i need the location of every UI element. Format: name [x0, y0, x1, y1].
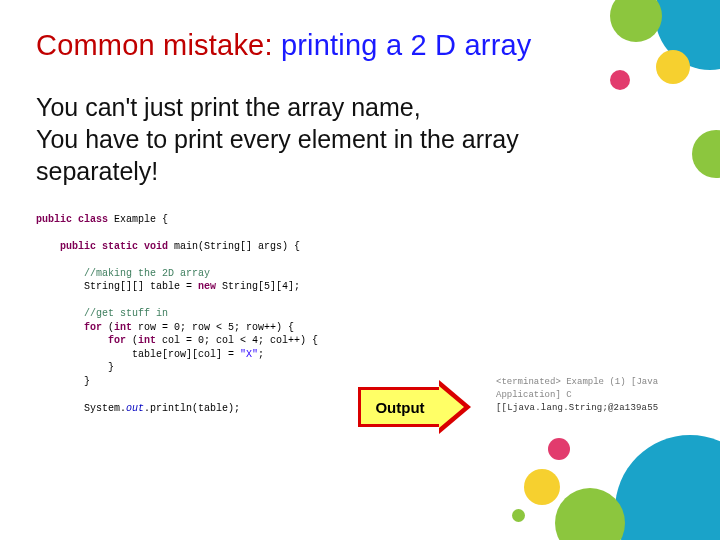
title-part-topic: printing a 2 D array — [273, 29, 532, 61]
code-text: System. — [84, 403, 126, 414]
code-kw: new — [198, 281, 222, 292]
code-text: String[][] table = — [84, 281, 198, 292]
console-header: <terminated> Example (1) [Java Applicati… — [496, 376, 720, 402]
code-text: col = 0; col < 4; col++) { — [162, 335, 318, 346]
code-kw: for — [84, 322, 108, 333]
body-text: You can't just print the array name, You… — [36, 91, 576, 187]
code-text: } — [84, 376, 90, 387]
page-title: Common mistake: printing a 2 D array — [36, 28, 690, 63]
code-kw: int — [114, 322, 138, 333]
slide: Common mistake: printing a 2 D array You… — [0, 0, 720, 540]
code-kw: int — [138, 335, 162, 346]
console-line: [[Ljava.lang.String;@2a139a55 — [496, 402, 720, 415]
code-string: "X" — [240, 349, 258, 360]
code-comment: //making the 2D array — [84, 268, 210, 279]
code-text: ; — [258, 349, 264, 360]
body-line: You can't just print the array name, — [36, 91, 576, 123]
arrow-label: Output — [358, 387, 439, 427]
code-text: String[5][4]; — [222, 281, 300, 292]
code-text: row = 0; row < 5; row++) { — [138, 322, 294, 333]
code-text: } — [108, 362, 114, 373]
code-text: Example { — [114, 214, 168, 225]
code-kw: for — [108, 335, 132, 346]
title-part-mistake: Common mistake: — [36, 29, 273, 61]
code-text: .println(table); — [144, 403, 240, 414]
code-kw: public static void — [60, 241, 174, 252]
arrow-icon: Output — [358, 380, 471, 434]
body-line: You have to print every element in the a… — [36, 123, 576, 187]
arrow-head-icon — [439, 380, 471, 434]
output-arrow: Output — [358, 380, 471, 434]
code-text: table[row][col] = — [132, 349, 240, 360]
code-text: main(String[] args) { — [174, 241, 300, 252]
code-comment: //get stuff in — [84, 308, 168, 319]
code-field: out — [126, 403, 144, 414]
console-output: <terminated> Example (1) [Java Applicati… — [496, 376, 720, 415]
code-kw: public class — [36, 214, 114, 225]
